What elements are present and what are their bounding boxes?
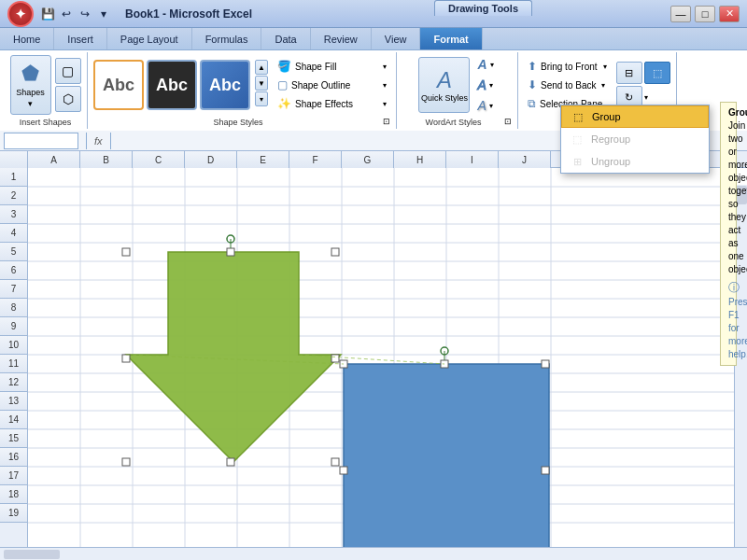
tab-format[interactable]: Format: [420, 28, 482, 49]
shape-fill-button[interactable]: 🪣 Shape Fill ▾: [274, 58, 390, 76]
tab-insert[interactable]: Insert: [54, 28, 107, 49]
row-3: 3: [0, 205, 27, 224]
save-button[interactable]: 💾: [39, 6, 56, 22]
shape-outline-button[interactable]: ▢ Shape Outline ▾: [274, 77, 390, 94]
grid-lines-svg: [28, 168, 734, 547]
row-5: 5: [0, 243, 27, 261]
menu-item-group[interactable]: ⬚ Group: [561, 105, 709, 128]
menu-item-regroup: ⬚ Regroup: [561, 128, 709, 150]
tab-page-layout[interactable]: Page Layout: [107, 28, 192, 49]
quick-access-toolbar: 💾 ↩ ↪ ▾: [39, 6, 112, 22]
ribbon-content: ⬟ Shapes ▾ ▢ ⬡ Insert Shapes Abc Abc Abc: [0, 50, 747, 131]
insert-shapes-label: Insert Shapes: [20, 118, 72, 127]
arrange-right-buttons: ⊟ ⬚ ↻ ▾: [616, 62, 670, 108]
row-10: 10: [0, 336, 27, 355]
bring-to-front-icon: ⬆: [528, 60, 537, 73]
corner-header: [0, 151, 28, 168]
row-13: 13: [0, 392, 27, 411]
shape-styles-expand[interactable]: ⊡: [383, 117, 390, 126]
scroll-up[interactable]: ▲: [255, 60, 268, 75]
scroll-down[interactable]: ▼: [255, 76, 268, 91]
col-header-i: I: [446, 151, 499, 168]
col-header-b: B: [80, 151, 133, 168]
selection-pane-icon: ⧉: [528, 97, 536, 110]
bring-to-front-label: Bring to Front: [541, 62, 598, 72]
send-to-back-button[interactable]: ⬇ Send to Back ▾: [524, 77, 611, 94]
align-group-row: ⊟ ⬚: [616, 62, 670, 84]
shapes-button[interactable]: ⬟ Shapes ▾: [10, 55, 51, 115]
wordart-expand[interactable]: ⊡: [504, 117, 512, 126]
col-header-a: A: [28, 151, 80, 168]
window-controls: — □ ✕: [670, 6, 740, 22]
wordart-quick-styles[interactable]: A Quick Styles: [418, 57, 470, 113]
wordart-a-icon: A: [437, 67, 452, 93]
shape-thumb-2[interactable]: ⬡: [55, 86, 81, 112]
col-header-f: F: [289, 151, 342, 168]
fx-label: fx: [94, 135, 103, 147]
grid-container: A B C D E F G H I J 1 2 3 4 5 6 7 8 9: [0, 151, 747, 547]
col-header-c: C: [133, 151, 185, 168]
handle-tr: [542, 360, 549, 368]
tab-home[interactable]: Home: [0, 28, 54, 49]
shapes-content: ⬟ Shapes ▾ ▢ ⬡: [10, 54, 81, 116]
col-header-h: H: [394, 151, 446, 168]
group-dropdown-arrow[interactable]: ▾: [644, 93, 648, 102]
row-14: 14: [0, 411, 27, 429]
dropdown-arrow[interactable]: ▾: [95, 6, 112, 22]
col-header-e: E: [237, 151, 289, 168]
shape-thumb-1[interactable]: ▢: [55, 58, 81, 84]
row-6: 6: [0, 261, 27, 280]
shapes-icon: ⬟: [21, 62, 39, 86]
text-outline-button[interactable]: A ▾: [475, 76, 495, 94]
bring-to-front-button[interactable]: ⬆ Bring to Front ▾: [524, 58, 611, 76]
abc-style-1[interactable]: Abc: [93, 60, 144, 110]
text-outline-arrow: ▾: [489, 81, 493, 90]
text-effects-button[interactable]: A ▾: [475, 96, 495, 115]
abc-style-2[interactable]: Abc: [147, 60, 197, 110]
scroll-more[interactable]: ▾: [255, 91, 268, 106]
col-header-j: J: [499, 151, 551, 168]
text-outline-icon: A: [477, 77, 486, 92]
menu-group-label: Group: [592, 111, 621, 122]
menu-regroup-label: Regroup: [591, 133, 630, 145]
minimize-button[interactable]: —: [670, 6, 691, 22]
title-bar-left: ✦ 💾 ↩ ↪ ▾ Book1 - Microsoft Excel: [7, 1, 252, 27]
menu-ungroup-label: Ungroup: [591, 156, 630, 167]
group-button[interactable]: ⬚: [644, 62, 670, 84]
drawing-tools-label: Drawing Tools: [434, 0, 532, 16]
tab-formulas[interactable]: Formulas: [192, 28, 262, 49]
wordart-footer: WordArt Styles ⊡: [402, 116, 512, 127]
cells-area[interactable]: [28, 168, 747, 547]
shape-fill-arrow: ▾: [383, 63, 387, 71]
insert-shapes-group: ⬟ Shapes ▾ ▢ ⬡ Insert Shapes: [4, 52, 88, 129]
office-button[interactable]: ✦: [7, 1, 34, 27]
name-box[interactable]: [4, 133, 78, 149]
title-bar: ✦ 💾 ↩ ↪ ▾ Book1 - Microsoft Excel Drawin…: [0, 0, 747, 28]
shape-outline-arrow: ▾: [383, 81, 387, 90]
row-2: 2: [0, 187, 27, 205]
shape-effects-arrow: ▾: [383, 100, 387, 108]
align-button[interactable]: ⊟: [616, 62, 642, 84]
abc-style-3[interactable]: Abc: [200, 60, 250, 110]
horizontal-scrollbar[interactable]: [0, 547, 747, 560]
shape-effects-button[interactable]: ✨ Shape Effects ▾: [274, 95, 390, 113]
undo-button[interactable]: ↩: [58, 6, 75, 22]
shape-fill-label: Shape Fill: [295, 62, 336, 72]
tab-view[interactable]: View: [372, 28, 421, 49]
tab-data[interactable]: Data: [261, 28, 310, 49]
close-button[interactable]: ✕: [719, 6, 740, 22]
text-fill-button[interactable]: A ▾: [475, 55, 495, 74]
send-to-back-label: Send to Back: [541, 80, 596, 91]
scroll-thumb-h[interactable]: [4, 550, 60, 559]
redo-button[interactable]: ↪: [77, 6, 93, 22]
row-9: 9: [0, 317, 27, 336]
row-19: 19: [0, 504, 27, 523]
shapes-label: Shapes: [16, 88, 45, 97]
send-to-back-icon: ⬇: [528, 78, 537, 91]
shape-styles-footer: Shape Styles ⊡: [93, 116, 390, 127]
row-8: 8: [0, 299, 27, 317]
tab-review[interactable]: Review: [311, 28, 372, 49]
shapes-arrow: ▾: [28, 99, 33, 108]
maximize-button[interactable]: □: [695, 6, 715, 22]
arrow-handle-bc: [227, 458, 234, 466]
